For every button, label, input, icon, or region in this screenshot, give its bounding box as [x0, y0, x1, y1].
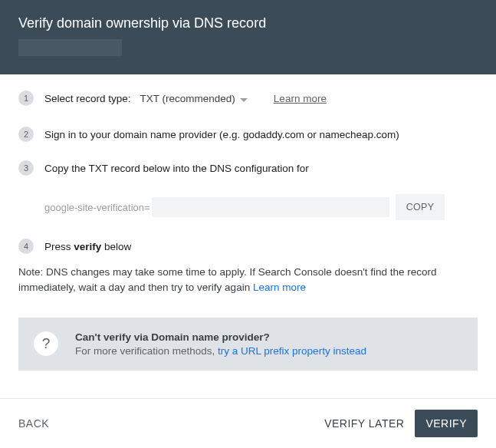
dialog-footer: BACK VERIFY LATER VERIFY	[0, 398, 496, 448]
dropdown-value: TXT (recommended)	[140, 93, 235, 104]
step-4-suffix: below	[101, 241, 131, 252]
step-1: 1 Select record type: TXT (recommended) …	[18, 88, 478, 108]
verify-button[interactable]: VERIFY	[415, 410, 478, 437]
txt-record-row: google-site-verification= COPY	[44, 194, 478, 220]
step-3-text: Copy the TXT record below into the DNS c…	[44, 163, 309, 174]
step-2: 2 Sign in to your domain name provider (…	[18, 127, 478, 142]
txt-prefix-label: google-site-verification=	[44, 202, 150, 213]
back-button[interactable]: BACK	[18, 417, 49, 430]
note-text: Note: DNS changes may take some time to …	[18, 265, 478, 296]
step-3: 3 Copy the TXT record below into the DNS…	[18, 160, 478, 176]
chevron-down-icon	[240, 91, 248, 105]
record-type-dropdown[interactable]: TXT (recommended)	[139, 88, 249, 108]
question-icon: ?	[34, 331, 58, 356]
step-number-badge: 2	[18, 127, 34, 142]
info-text: For more verification methods, try a URL…	[75, 345, 366, 357]
note-body: Note: DNS changes may take some time to …	[18, 266, 437, 293]
info-title: Can't verify via Domain name provider?	[75, 331, 366, 343]
info-content: Can't verify via Domain name provider? F…	[75, 331, 366, 357]
step-4-bold: verify	[74, 241, 101, 252]
step-number-badge: 3	[18, 160, 34, 176]
record-type-label: Select record type:	[44, 93, 131, 104]
txt-value-input[interactable]	[152, 197, 389, 217]
step-4-prefix: Press	[44, 241, 74, 252]
step-2-text: Sign in to your domain name provider (e.…	[44, 129, 399, 140]
step-4: 4 Press verify below	[18, 239, 478, 254]
dialog-content: 1 Select record type: TXT (recommended) …	[0, 74, 496, 371]
dialog-title: Verify domain ownership via DNS record	[18, 15, 478, 31]
step-number-badge: 4	[18, 239, 34, 254]
note-learn-more-link[interactable]: Learn more	[253, 282, 306, 293]
step-number-badge: 1	[18, 91, 34, 106]
copy-button[interactable]: COPY	[396, 194, 445, 220]
domain-name-placeholder	[18, 39, 122, 56]
step-1-content: Select record type: TXT (recommended) Le…	[44, 88, 327, 108]
info-box: ? Can't verify via Domain name provider?…	[18, 318, 478, 371]
url-prefix-link[interactable]: try a URL prefix property instead	[218, 345, 366, 357]
learn-more-link[interactable]: Learn more	[274, 93, 327, 104]
dialog-header: Verify domain ownership via DNS record	[0, 0, 496, 74]
verify-later-button[interactable]: VERIFY LATER	[324, 417, 404, 430]
step-4-text: Press verify below	[44, 241, 131, 252]
info-body: For more verification methods,	[75, 345, 218, 357]
